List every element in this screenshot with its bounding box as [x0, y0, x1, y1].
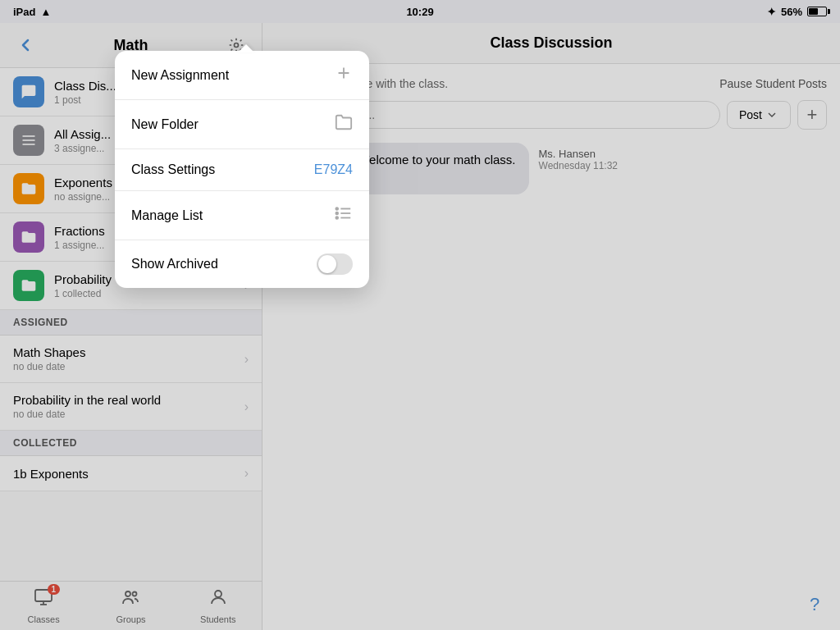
folder-icon — [335, 113, 353, 135]
show-archived-toggle[interactable] — [317, 253, 353, 275]
toggle-thumb — [318, 255, 336, 273]
new-assignment-label: New Assignment — [131, 68, 229, 83]
list-icon — [335, 204, 353, 226]
svg-point-15 — [336, 208, 338, 210]
svg-point-16 — [336, 212, 338, 215]
svg-point-17 — [336, 217, 338, 219]
manage-list-label: Manage List — [131, 208, 203, 223]
class-settings-label: Class Settings — [131, 162, 215, 177]
show-archived-item[interactable]: Show Archived — [115, 240, 369, 288]
new-folder-item[interactable]: New Folder — [115, 100, 369, 149]
class-settings-item[interactable]: Class Settings E79Z4 — [115, 149, 369, 191]
new-folder-label: New Folder — [131, 117, 199, 132]
dropdown-menu: New Assignment New Folder Class Settings… — [115, 51, 369, 288]
show-archived-label: Show Archived — [131, 257, 218, 272]
class-code: E79Z4 — [314, 162, 353, 177]
plus-icon — [335, 64, 353, 86]
new-assignment-item[interactable]: New Assignment — [115, 51, 369, 100]
menu-caret — [238, 44, 254, 52]
manage-list-item[interactable]: Manage List — [115, 191, 369, 240]
